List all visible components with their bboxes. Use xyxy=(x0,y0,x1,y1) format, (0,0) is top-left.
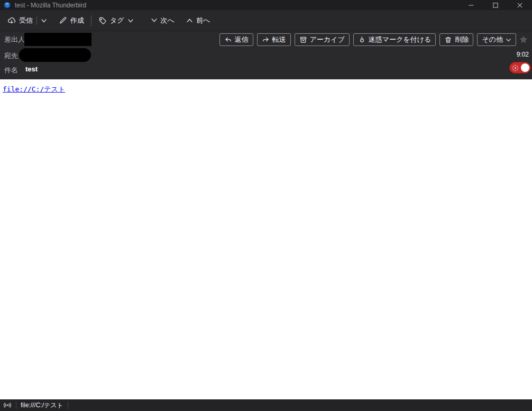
previous-label: 前へ xyxy=(196,16,210,25)
compose-label: 作成 xyxy=(70,16,84,25)
chevron-down-icon xyxy=(41,17,47,24)
delete-button[interactable]: 削除 xyxy=(439,33,473,46)
forward-button[interactable]: 転送 xyxy=(257,33,291,46)
chevron-down-icon xyxy=(506,37,511,43)
titlebar[interactable]: test - Mozilla Thunderbird xyxy=(0,0,532,10)
tag-button[interactable]: タグ xyxy=(96,13,136,28)
to-label: 宛先 xyxy=(4,51,18,61)
next-unread-button[interactable]: 次へ xyxy=(149,13,177,28)
subject-value: test xyxy=(25,65,38,73)
toolbar-divider xyxy=(91,15,91,26)
compose-button[interactable]: 作成 xyxy=(57,13,86,28)
star-message-button[interactable] xyxy=(518,34,529,45)
message-header: 差出人 宛先 件名 test 返信 転送 xyxy=(0,31,532,79)
message-time: 9:02 xyxy=(517,51,529,58)
maximize-icon xyxy=(493,3,498,8)
forward-label: 転送 xyxy=(272,35,286,44)
junk-label: 迷惑マークを付ける xyxy=(369,35,432,44)
flame-icon xyxy=(358,36,366,44)
chevron-up-icon xyxy=(186,17,193,24)
thunderbird-message-window: test - Mozilla Thunderbird 受信 xyxy=(0,0,532,411)
message-body-link[interactable]: file://C:/テスト xyxy=(3,85,65,93)
trash-icon xyxy=(444,36,452,44)
close-button[interactable] xyxy=(508,0,532,10)
dark-message-mode-toggle[interactable] xyxy=(509,62,531,74)
window-title: test - Mozilla Thunderbird xyxy=(15,2,86,9)
star-icon xyxy=(518,34,529,45)
thunderbird-app-icon xyxy=(4,2,11,8)
more-button[interactable]: その他 xyxy=(477,33,516,46)
statusbar-divider xyxy=(16,401,16,409)
reply-label: 返信 xyxy=(235,35,249,44)
reply-button[interactable]: 返信 xyxy=(219,33,253,46)
get-messages-label: 受信 xyxy=(19,16,33,25)
link-target-status: file:///C:/テスト xyxy=(21,401,63,410)
archive-button[interactable]: アーカイブ xyxy=(295,33,350,46)
chevron-down-icon xyxy=(151,17,158,24)
maximize-button[interactable] xyxy=(483,0,508,10)
statusbar: file:///C:/テスト xyxy=(0,399,532,411)
message-actions: 返信 転送 アーカイブ 迷惑マークを付ける xyxy=(219,33,516,46)
minimize-button[interactable] xyxy=(459,0,483,10)
delete-label: 削除 xyxy=(455,35,469,44)
sun-icon xyxy=(512,65,519,71)
junk-button[interactable]: 迷惑マークを付ける xyxy=(353,33,436,46)
close-icon xyxy=(517,3,522,8)
subject-label: 件名 xyxy=(4,66,18,75)
previous-unread-button[interactable]: 前へ xyxy=(184,13,212,28)
message-body: file://C:/テスト xyxy=(0,79,532,399)
forward-arrow-icon xyxy=(262,36,270,44)
more-label: その他 xyxy=(482,35,503,44)
get-messages-button[interactable]: 受信 xyxy=(5,13,35,28)
to-address-pill-redacted xyxy=(19,48,91,62)
archive-label: アーカイブ xyxy=(310,35,345,44)
cloud-download-icon xyxy=(7,16,16,25)
chevron-down-icon xyxy=(127,17,134,24)
from-address-redacted xyxy=(24,33,91,46)
tag-label: タグ xyxy=(110,16,124,25)
minimize-icon xyxy=(469,3,474,8)
reply-arrow-icon xyxy=(224,36,232,44)
broadcast-icon xyxy=(3,401,12,409)
tag-icon xyxy=(98,16,107,25)
toggle-knob xyxy=(521,63,529,72)
next-label: 次へ xyxy=(161,16,175,25)
archive-box-icon xyxy=(299,36,307,44)
pencil-icon xyxy=(59,16,67,25)
split-button-divider xyxy=(36,16,37,25)
mail-toolbar: 受信 作成 タグ 次へ 前へ xyxy=(0,10,532,31)
from-label: 差出人 xyxy=(4,35,25,44)
statusbar-divider xyxy=(68,401,68,409)
get-messages-dropdown[interactable] xyxy=(39,13,49,28)
